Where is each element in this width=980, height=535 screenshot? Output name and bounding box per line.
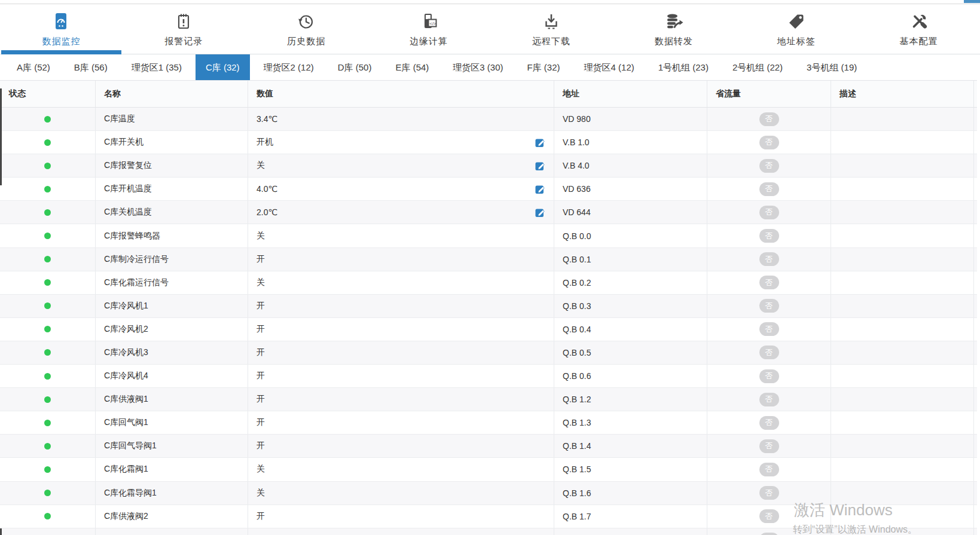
save-traffic-badge[interactable]: 否 [759, 299, 779, 313]
save-traffic-badge[interactable]: 否 [759, 486, 779, 500]
point-name: C库开关机 [96, 131, 248, 154]
save-traffic-cell: 否 [707, 248, 831, 271]
status-dot-green [44, 233, 51, 239]
tab-1[interactable]: B库 (56) [64, 54, 118, 80]
status-dot-green [44, 209, 51, 216]
status-dot-green [44, 279, 51, 286]
save-traffic-badge[interactable]: 否 [759, 276, 779, 289]
save-traffic-badge[interactable]: 否 [759, 136, 779, 149]
status-dot-green [44, 466, 51, 473]
value-cell: 开 [248, 295, 554, 317]
description-cell [831, 224, 974, 247]
description-cell [831, 365, 974, 387]
tab-8[interactable]: F库 (32) [517, 54, 570, 80]
left-scrollbar[interactable] [0, 88, 2, 185]
scrollbar-thumb[interactable] [964, 0, 980, 3]
column-header: 描述 [831, 81, 974, 107]
point-address: Q.B 0.0 [554, 224, 707, 247]
nav-item-remote-download[interactable]: 远程下载 [490, 4, 613, 54]
save-traffic-cell: 否 [707, 482, 831, 505]
save-traffic-badge[interactable]: 否 [759, 322, 779, 336]
nav-item-address-tag[interactable]: 地址标签 [735, 4, 857, 54]
status-cell [0, 411, 96, 434]
save-traffic-badge[interactable]: 否 [759, 252, 779, 266]
value-cell: 4.0℃ [248, 178, 554, 200]
tab-0[interactable]: A库 (52) [7, 54, 60, 80]
status-dot-green [44, 163, 51, 169]
point-name: C库供液阀1 [96, 388, 248, 411]
tab-3[interactable]: C库 (32) [196, 54, 250, 80]
nav-item-alarm-record[interactable]: 报警记录 [123, 4, 245, 54]
status-dot-green [44, 490, 51, 496]
nav-item-history-data[interactable]: 历史数据 [245, 4, 368, 54]
value-cell: 关 [248, 224, 554, 247]
save-traffic-badge[interactable]: 否 [759, 369, 779, 383]
nav-item-basic-config[interactable]: 基本配置 [857, 4, 980, 54]
save-traffic-cell: 否 [707, 131, 831, 154]
point-name: C库回气导阀1 [96, 435, 248, 457]
save-traffic-badge[interactable]: 否 [759, 509, 779, 523]
nav-item-edge-compute[interactable]: </> 边缘计算 [368, 4, 490, 54]
edit-value-icon[interactable] [535, 184, 545, 194]
point-address: Q.B 1.2 [554, 388, 707, 411]
table-row: C库化霜运行信号关Q.B 0.2否 [0, 271, 977, 295]
save-traffic-badge[interactable]: 否 [759, 112, 779, 126]
point-name: C库回气阀1 [96, 411, 248, 434]
table-row: C库冷风机1开Q.B 0.3否 [0, 295, 977, 318]
save-traffic-cell: 否 [707, 154, 831, 177]
save-traffic-badge[interactable]: 否 [759, 182, 779, 196]
point-name: C库冷风机3 [96, 341, 248, 364]
save-traffic-badge[interactable]: 否 [759, 533, 779, 535]
point-address: Q.B 1.3 [554, 411, 707, 434]
point-name: C库制冷运行信号 [96, 248, 248, 271]
save-traffic-badge[interactable]: 否 [759, 393, 779, 406]
remote-download-icon [541, 11, 561, 32]
point-address: Q.B 1.4 [554, 435, 707, 457]
status-dot-green [44, 326, 51, 332]
save-traffic-cell: 否 [707, 365, 831, 387]
tab-7[interactable]: 理货区3 (30) [442, 54, 513, 80]
save-traffic-badge[interactable]: 否 [759, 159, 779, 173]
value-cell: 2.0℃ [248, 201, 554, 224]
point-name: C库化霜阀1 [96, 458, 248, 481]
tab-6[interactable]: E库 (54) [385, 54, 439, 80]
value-cell: 开 [248, 435, 554, 457]
status-cell [0, 178, 96, 200]
edit-value-icon[interactable] [535, 207, 545, 218]
edit-value-icon[interactable] [535, 161, 545, 171]
save-traffic-badge[interactable]: 否 [759, 439, 779, 453]
nav-item-data-forward[interactable]: 数据转发 [612, 4, 735, 54]
point-name: C库报警复位 [96, 154, 248, 177]
save-traffic-badge[interactable]: 否 [759, 206, 779, 219]
save-traffic-badge[interactable]: 否 [759, 463, 779, 476]
point-address: Q.B 0.2 [554, 271, 707, 294]
tab-10[interactable]: 1号机组 (23) [648, 54, 719, 80]
save-traffic-cell: 否 [707, 435, 831, 457]
table-row: C库开机温度4.0℃VD 636否 [0, 178, 977, 201]
save-traffic-badge[interactable]: 否 [759, 416, 779, 430]
status-cell [0, 505, 96, 528]
tab-4[interactable]: 理货区2 (12) [254, 54, 324, 80]
nav-item-data-monitor[interactable]: 数据监控 [0, 4, 123, 54]
table-row: C库温度3.4℃VD 980否 [0, 108, 977, 131]
tab-2[interactable]: 理货区1 (35) [121, 54, 192, 80]
point-value: 关 [257, 231, 265, 241]
nav-item-label: 报警记录 [164, 36, 203, 47]
save-traffic-badge[interactable]: 否 [759, 346, 779, 359]
save-traffic-badge[interactable]: 否 [759, 229, 779, 243]
value-cell: 开 [248, 388, 554, 411]
left-scrollbar-fragment[interactable] [0, 528, 2, 535]
edit-value-icon[interactable] [535, 137, 545, 148]
description-cell [831, 248, 974, 271]
tab-11[interactable]: 2号机组 (22) [722, 54, 793, 80]
point-address: Q.B 2.0 [554, 528, 707, 535]
tab-9[interactable]: 理货区4 (12) [574, 54, 645, 80]
tab-5[interactable]: D库 (50) [328, 54, 382, 80]
point-address: V.B 1.0 [554, 131, 707, 154]
point-value: 开 [257, 371, 265, 381]
tab-12[interactable]: 3号机组 (19) [796, 54, 867, 80]
table-row: C库制冷运行信号开Q.B 0.1否 [0, 248, 977, 271]
status-dot-green [44, 420, 51, 426]
value-cell: 开 [248, 411, 554, 434]
description-cell [831, 131, 974, 154]
